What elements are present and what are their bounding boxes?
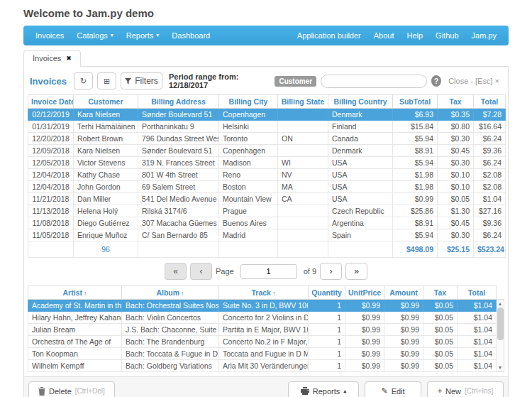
nav-item-dashboard[interactable]: Dashboard — [165, 31, 216, 40]
cell: Reno — [219, 169, 278, 181]
footer-total-cell — [219, 241, 278, 258]
cell: $0.05 — [423, 336, 458, 348]
track-row[interactable]: Orchestra of The Age ofBach: The Branden… — [28, 336, 497, 348]
prev-page-button[interactable]: ‹ — [190, 263, 212, 280]
cell — [278, 109, 328, 121]
track-row[interactable]: Wilhelm KempffBach: Goldberg VariationsA… — [28, 360, 497, 372]
table-icon: ⊞ — [104, 77, 110, 85]
column-header[interactable]: Invoice Date — [28, 95, 74, 109]
cell: Diego Gutiérrez — [74, 217, 138, 229]
first-page-button[interactable]: « — [165, 263, 187, 280]
column-header[interactable]: Tax — [423, 286, 458, 300]
column-header[interactable]: Billing Address — [138, 95, 219, 109]
cell: 541 Del Medio Avenue — [138, 193, 219, 205]
column-header[interactable]: Tax — [438, 95, 474, 109]
invoice-row[interactable]: 12/05/2018Victor Stevens319 N. Frances S… — [28, 157, 506, 169]
pagination: « ‹ Page of 9 › » — [24, 258, 508, 285]
cell: $8.91 — [393, 217, 438, 229]
cell: Kara Nielsen — [74, 145, 138, 157]
tab-close-icon[interactable]: ✖ — [66, 55, 72, 62]
tab-invoices[interactable]: Invoices ✖ — [23, 50, 81, 67]
invoice-row[interactable]: 12/09/2018Kara NielsenSønder Boulevard 5… — [28, 145, 506, 157]
cell: Aria Mit 30 Veränderungen, BWV — [219, 360, 309, 372]
column-header[interactable]: Amount — [384, 286, 423, 300]
column-header-label: Billing City — [229, 97, 268, 106]
invoices-table-wrap: Invoice DateCustomerBilling AddressBilli… — [24, 94, 508, 258]
refresh-button[interactable]: ↻ — [74, 72, 93, 89]
nav-item-jam-py[interactable]: Jam.py — [465, 31, 503, 40]
cell: $2.08 — [474, 169, 506, 181]
customer-filter-input[interactable] — [321, 75, 427, 88]
invoice-row[interactable]: 12/20/2018Robert Brown796 Dundas Street … — [28, 133, 506, 145]
column-header[interactable]: SubTotal — [393, 95, 438, 109]
edit-button[interactable]: ✎ Edit — [365, 381, 421, 397]
column-header[interactable]: Track↑ — [219, 286, 309, 300]
invoice-row[interactable]: 01/31/2019Terhi HämäläinenPorthaninkatu … — [28, 121, 506, 133]
nav-item-reports[interactable]: Reports▾ — [120, 31, 166, 40]
track-row[interactable]: Julian BreamJ.S. Bach: Chaconne, Suite i… — [28, 324, 497, 336]
invoice-row[interactable]: 02/12/2019Kara NielsenSønder Boulevard 5… — [28, 109, 506, 121]
column-header-label: Invoice Date — [31, 97, 74, 106]
column-header-label: Billing Country — [333, 97, 387, 106]
invoice-row[interactable]: 12/04/2018John Gordon69 Salem StreetBost… — [28, 181, 506, 193]
next-page-button[interactable]: › — [320, 263, 342, 280]
page-input[interactable] — [240, 264, 297, 279]
invoice-row[interactable]: 11/08/2018Diego Gutiérrez307 Macacha Güe… — [28, 217, 506, 229]
scroll-up-icon[interactable]: ▲ — [498, 300, 503, 308]
cell: $0.99 — [384, 360, 423, 372]
column-header[interactable]: Customer — [74, 95, 138, 109]
filters-button[interactable]: Filters — [121, 72, 162, 89]
delete-button[interactable]: Delete [Ctrl+Del] — [28, 381, 115, 397]
column-header[interactable]: Billing Country — [328, 95, 393, 109]
track-row[interactable]: Ton KoopmanBach: Toccata & Fugue in DToc… — [28, 348, 497, 360]
invoice-row[interactable]: 11/13/2018Helena HolýRilská 3174/6Prague… — [28, 205, 506, 217]
close-panel-link[interactable]: Close - [Esc] × — [448, 77, 499, 85]
tracks-scrollbar[interactable]: ▲ ▼ — [497, 299, 504, 372]
nav-item-label: Help — [406, 31, 423, 40]
column-header[interactable]: Album↑ — [122, 286, 219, 300]
reports-button[interactable]: Reports ▴ — [288, 381, 359, 397]
cell: Bach: Orchestral Suites Nos. 1 - — [122, 300, 219, 312]
cell: $0.05 — [438, 193, 474, 205]
last-page-button[interactable]: » — [345, 263, 367, 280]
cell: $5.94 — [393, 157, 438, 169]
scroll-down-icon[interactable]: ▼ — [498, 364, 503, 371]
nav-item-about[interactable]: About — [367, 31, 401, 40]
column-header-label: Artist — [63, 288, 82, 297]
nav-item-application-builder[interactable]: Application builder — [291, 31, 367, 40]
column-header[interactable]: Billing City — [219, 95, 278, 109]
column-header-label: Total — [468, 288, 485, 297]
track-row[interactable]: Hilary Hahn, Jeffrey Kahane, LosBach: Vi… — [28, 312, 497, 324]
cell: Kara Nielsen — [74, 109, 138, 121]
column-header[interactable]: Artist↑ — [28, 286, 122, 300]
nav-item-help[interactable]: Help — [400, 31, 429, 40]
new-button[interactable]: + New [Ctrl+Ins] — [427, 381, 504, 397]
invoice-row[interactable]: 12/04/2018Kathy Chase801 W 4th StreetRen… — [28, 169, 506, 181]
cell: Academy of St. Martin in the — [28, 300, 122, 312]
invoice-row[interactable]: 11/05/2018Enrique MuñozC/ San Bernardo 8… — [28, 229, 506, 241]
track-row[interactable]: Academy of St. Martin in theBach: Orches… — [28, 300, 497, 312]
sort-asc-icon: ↑ — [181, 290, 184, 297]
cell: 02/12/2019 — [28, 109, 74, 121]
table-view-button[interactable]: ⊞ — [97, 72, 116, 89]
column-header[interactable]: Total — [474, 95, 506, 109]
cell: $9.36 — [474, 145, 506, 157]
column-header[interactable]: Billing State — [278, 95, 328, 109]
cell: $0.30 — [438, 229, 474, 241]
column-header[interactable]: UnitPrice — [345, 286, 384, 300]
nav-item-catalogs[interactable]: Catalogs▾ — [70, 31, 119, 40]
cell: Julian Bream — [28, 324, 122, 336]
cell: Mountain View — [219, 193, 278, 205]
help-button[interactable]: ? — [431, 75, 441, 87]
nav-item-invoices[interactable]: Invoices — [29, 31, 70, 40]
column-header[interactable]: Quantity — [309, 286, 345, 300]
page-of-label: of 9 — [304, 267, 316, 276]
cell: 1 — [309, 324, 345, 336]
invoice-row[interactable]: 11/21/2018Dan Miller541 Del Medio Avenue… — [28, 193, 506, 205]
cell: Victor Stevens — [74, 157, 138, 169]
cell: Bach: Goldberg Variations — [122, 360, 219, 372]
cell: USA — [328, 157, 393, 169]
column-header[interactable]: Total — [458, 286, 497, 300]
scroll-thumb[interactable] — [497, 308, 504, 340]
nav-item-github[interactable]: Github — [429, 31, 465, 40]
